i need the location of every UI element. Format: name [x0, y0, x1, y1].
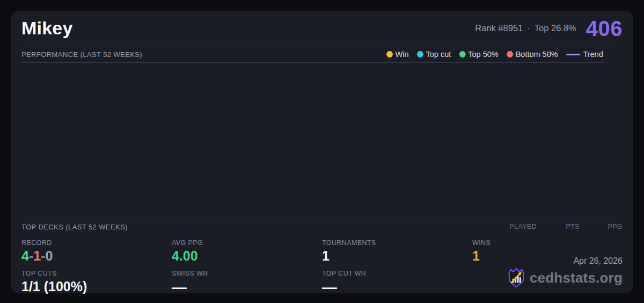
tournaments-value: 1: [322, 248, 472, 264]
trend-line-icon: [566, 54, 580, 55]
top-decks-header-row: TOP DECKS (LAST 52 WEEKS) PLAYED PTS PPG: [21, 219, 623, 234]
top-cuts-value: 1/1 (100%): [21, 279, 172, 294]
legend-label: Top 50%: [468, 50, 498, 59]
column-pts: PTS: [537, 223, 580, 230]
card-footer: Apr 26, 2026 cedhstats.org: [507, 256, 623, 288]
rank-label: Rank #8951: [475, 23, 523, 33]
rank-line: Rank #8951 · Top 26.8%: [475, 23, 576, 33]
card-date: Apr 26, 2026: [507, 256, 623, 266]
bottom-50-dot-icon: [507, 51, 514, 58]
stat-label: SWISS WR: [172, 270, 322, 277]
top-decks-title: TOP DECKS (LAST 52 WEEKS): [21, 223, 128, 231]
top-cut-dot-icon: [416, 51, 423, 58]
stat-label: RECORD: [21, 239, 172, 247]
top-50-dot-icon: [459, 51, 466, 58]
brand-link[interactable]: cedhstats.org: [507, 268, 623, 288]
stats-col-3: TOURNAMENTS 1 TOP CUT WR —: [322, 239, 472, 302]
stat-swiss-wr: SWISS WR —: [172, 270, 322, 296]
stat-label: AVG PPG: [172, 239, 322, 247]
record-dash: -: [29, 248, 33, 263]
legend-item-win: Win: [386, 50, 408, 59]
rank-separator: ·: [527, 23, 530, 33]
stats-col-2: AVG PPG 4.00 SWISS WR —: [172, 239, 322, 302]
stat-top-cuts: TOP CUTS 1/1 (100%): [21, 270, 172, 294]
stats-col-1: RECORD 4-1-0 TOP CUTS 1/1 (100%): [21, 239, 172, 302]
player-name: Mikey: [21, 18, 73, 39]
stat-label: TOURNAMENTS: [322, 239, 472, 247]
stat-record: RECORD 4-1-0: [21, 239, 172, 264]
legend-item-top-cut: Top cut: [416, 50, 451, 59]
record-draws: 0: [45, 248, 53, 263]
top-decks-columns: PLAYED PTS PPG: [494, 223, 623, 230]
stat-label: WINS: [472, 239, 623, 247]
legend-item-top-50: Top 50%: [459, 50, 498, 59]
stat-label: TOP CUT WR: [322, 270, 472, 277]
header-rank-area: Rank #8951 · Top 26.8% 406: [475, 18, 623, 39]
top-cut-wr-value: —: [322, 279, 472, 296]
avg-ppg-value: 4.00: [172, 248, 322, 264]
card-header: Mikey Rank #8951 · Top 26.8% 406: [21, 11, 623, 46]
player-score: 406: [586, 18, 623, 39]
legend-label: Win: [395, 50, 408, 59]
stat-top-cut-wr: TOP CUT WR —: [322, 270, 472, 296]
legend-label: Trend: [583, 50, 603, 59]
stat-avg-ppg: AVG PPG 4.00: [172, 239, 322, 264]
performance-title: PERFORMANCE (LAST 52 WEEKS): [21, 50, 142, 59]
legend-item-trend: Trend: [566, 50, 603, 59]
stat-tournaments: TOURNAMENTS 1: [322, 239, 472, 264]
top-percent-label: Top 26.8%: [535, 23, 576, 33]
swiss-wr-value: —: [172, 279, 322, 296]
legend-label: Bottom 50%: [516, 50, 558, 59]
column-played: PLAYED: [494, 223, 537, 230]
column-ppg: PPG: [580, 223, 623, 230]
cedhstats-logo-icon: [507, 268, 525, 288]
record-losses: 1: [33, 248, 41, 263]
legend-item-bottom-50: Bottom 50%: [507, 50, 558, 59]
legend-label: Top cut: [426, 50, 451, 59]
chart-legend: Win Top cut Top 50% Bottom 50% Trend: [386, 50, 603, 59]
record-value: 4-1-0: [21, 248, 172, 264]
win-dot-icon: [386, 51, 393, 58]
player-stats-card: Mikey Rank #8951 · Top 26.8% 406 PERFORM…: [11, 11, 633, 293]
performance-header-row: PERFORMANCE (LAST 52 WEEKS) Win Top cut …: [21, 46, 603, 63]
stat-label: TOP CUTS: [21, 270, 172, 277]
record-wins: 4: [21, 248, 29, 263]
brand-text: cedhstats.org: [530, 270, 623, 286]
performance-chart: [21, 63, 623, 219]
